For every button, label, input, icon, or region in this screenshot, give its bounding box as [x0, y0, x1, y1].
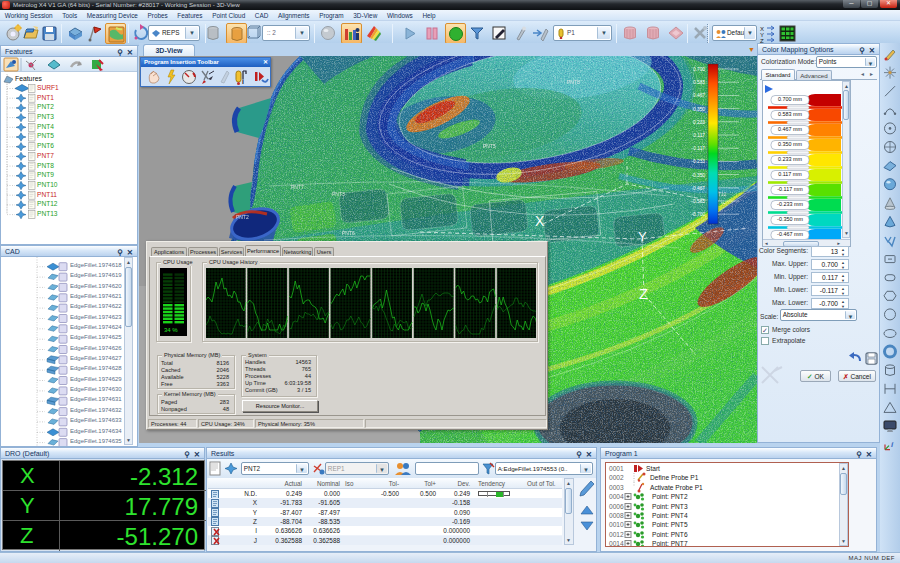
svg-text:0.700: 0.700 — [693, 67, 705, 72]
svg-text:i: i — [242, 78, 244, 85]
svg-text:34 %: 34 % — [164, 327, 178, 333]
svg-text:0.233: 0.233 — [693, 120, 705, 125]
svg-text:0.117: 0.117 — [693, 133, 705, 138]
svg-text:Y: Y — [638, 229, 647, 244]
svg-text:i: i — [891, 440, 894, 449]
svg-text:0.467: 0.467 — [693, 93, 705, 98]
svg-text:0.583: 0.583 — [693, 80, 705, 85]
svg-text:-0.117: -0.117 — [692, 146, 706, 151]
svg-text:PNT3: PNT3 — [332, 191, 345, 197]
svg-text:-0.350: -0.350 — [691, 173, 705, 178]
svg-text:0.350: 0.350 — [693, 107, 705, 112]
svg-text:PNT6: PNT6 — [342, 230, 355, 236]
svg-text:-0.583: -0.583 — [691, 199, 705, 204]
svg-text:-0.700: -0.700 — [691, 212, 705, 217]
svg-text:-0.467: -0.467 — [691, 186, 705, 191]
svg-text:PNT7: PNT7 — [291, 184, 304, 190]
svg-text:PNT2: PNT2 — [236, 214, 249, 220]
svg-text:X: X — [535, 213, 545, 229]
svg-text:PNT5: PNT5 — [483, 143, 496, 149]
svg-text:Z: Z — [639, 285, 648, 302]
svg-text:PNT8: PNT8 — [567, 79, 580, 85]
svg-text:-0.233: -0.233 — [691, 159, 705, 164]
